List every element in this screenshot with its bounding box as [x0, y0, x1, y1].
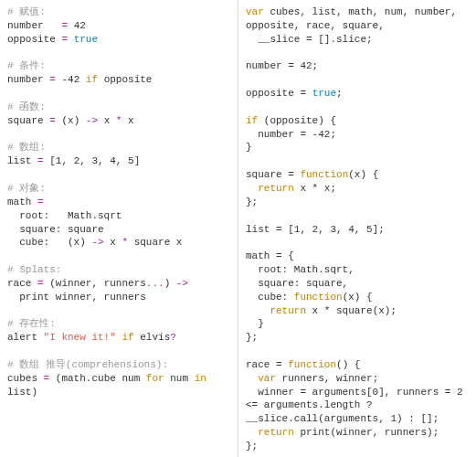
code-text: print winner, runners	[7, 292, 146, 303]
kw: return	[258, 183, 294, 194]
code-text: (x) {	[348, 169, 378, 180]
comment: # Splats:	[7, 264, 61, 275]
op: ?	[170, 332, 176, 343]
code-text: print(winner, runners);	[294, 427, 439, 438]
comment: # 存在性:	[7, 318, 56, 329]
op: =	[37, 278, 44, 289]
code-text: (winner, runners	[44, 278, 146, 289]
code-text: x	[98, 115, 116, 126]
code-text: )	[164, 278, 176, 289]
coffeescript-pane: # 赋值: number = 42 opposite = true # 条件: …	[0, 0, 238, 457]
javascript-code: var cubes, list, math, num, number, oppo…	[246, 5, 469, 457]
code-text: };	[246, 197, 258, 207]
arrow: ->	[176, 278, 188, 289]
code-text: opposite	[7, 34, 61, 45]
coffeescript-code: # 赋值: number = 42 opposite = true # 条件: …	[7, 5, 230, 399]
code-text: list = [1, 2, 3, 4, 5];	[246, 224, 385, 235]
code-text	[246, 373, 258, 384]
kw: function	[288, 359, 336, 370]
code-text: __slice = [].slice;	[246, 34, 373, 45]
kw: if	[246, 115, 258, 126]
code-text: number	[7, 20, 61, 31]
literal: true	[68, 34, 98, 45]
code-text: x	[104, 237, 122, 248]
code-text: square: square	[7, 224, 104, 235]
code-text: list	[7, 155, 37, 166]
arrow: ->	[86, 115, 98, 126]
code-text: square =	[246, 169, 300, 180]
op: =	[37, 155, 44, 166]
code-text: opposite, race, square,	[246, 20, 385, 31]
code-text: cubes	[7, 373, 44, 384]
comment: # 赋值:	[7, 6, 46, 17]
code-text: root: Math.sqrt,	[246, 264, 354, 275]
code-text: cube: (x)	[7, 237, 91, 248]
op: =	[49, 115, 56, 126]
code-text: x * x;	[294, 183, 336, 194]
kw: var	[246, 6, 264, 17]
code-text: opposite	[98, 74, 152, 85]
code-text: [1, 2, 3, 4, 5]	[44, 155, 141, 166]
kw: if	[116, 332, 134, 343]
code-text: number	[7, 74, 49, 85]
code-text: number = -42;	[246, 129, 336, 140]
code-text: (x)	[56, 115, 86, 126]
code-text: (opposite) {	[258, 115, 336, 126]
code-compare-wrap: # 赋值: number = 42 opposite = true # 条件: …	[0, 0, 476, 457]
code-text: x * square(x);	[306, 305, 397, 316]
kw: if	[86, 74, 98, 85]
comment: # 函数:	[7, 101, 46, 112]
kw: function	[294, 292, 343, 303]
code-text: () {	[336, 359, 360, 370]
code-text: math	[7, 197, 37, 207]
code-text: race =	[246, 359, 288, 370]
code-text: alert	[7, 332, 44, 343]
arrow: ->	[91, 237, 103, 248]
code-text: }	[246, 318, 264, 329]
kw: var	[258, 373, 276, 384]
code-text: };	[246, 332, 258, 343]
code-text	[246, 305, 270, 316]
code-text	[246, 183, 258, 194]
kw: function	[300, 169, 348, 180]
kw: return	[270, 305, 306, 316]
op: =	[49, 74, 56, 85]
string: "I knew it!"	[44, 332, 116, 343]
code-text: math = {	[246, 250, 294, 261]
code-text: x	[122, 115, 133, 126]
code-text: root: Math.sqrt	[7, 210, 122, 221]
comment: # 数组:	[7, 142, 46, 153]
code-text: 42	[68, 20, 86, 31]
code-text: winner = arguments[0], runners = 2 <= ar…	[246, 387, 469, 425]
kw: in	[195, 373, 206, 384]
code-text: race	[7, 278, 37, 289]
comment: # 对象:	[7, 183, 46, 194]
code-text: number = 42;	[246, 60, 318, 71]
comment: # 数组 推导(comprehensions):	[7, 359, 168, 370]
code-text: -42	[56, 74, 86, 85]
code-text: };	[246, 441, 258, 452]
comment: # 条件:	[7, 60, 46, 71]
code-text: ;	[336, 88, 343, 99]
code-text: num	[164, 373, 195, 384]
splat: ...	[146, 278, 164, 289]
code-text: square: square,	[246, 278, 348, 289]
code-text: cubes, list, math, num, number,	[264, 6, 457, 17]
javascript-pane: var cubes, list, math, num, number, oppo…	[238, 0, 476, 457]
code-text: square	[7, 115, 49, 126]
code-text: (math.cube num	[49, 373, 146, 384]
kw: for	[146, 373, 164, 384]
code-text	[246, 427, 258, 438]
literal: true	[312, 88, 336, 99]
code-text: opposite =	[246, 88, 312, 99]
code-text: (x) {	[343, 292, 373, 303]
code-text: }	[246, 142, 252, 153]
code-text: runners, winner;	[276, 373, 378, 384]
kw: return	[258, 427, 294, 438]
code-text: elvis	[134, 332, 171, 343]
code-text: square x	[128, 237, 182, 248]
code-text: cube:	[246, 292, 294, 303]
op: =	[37, 197, 44, 207]
